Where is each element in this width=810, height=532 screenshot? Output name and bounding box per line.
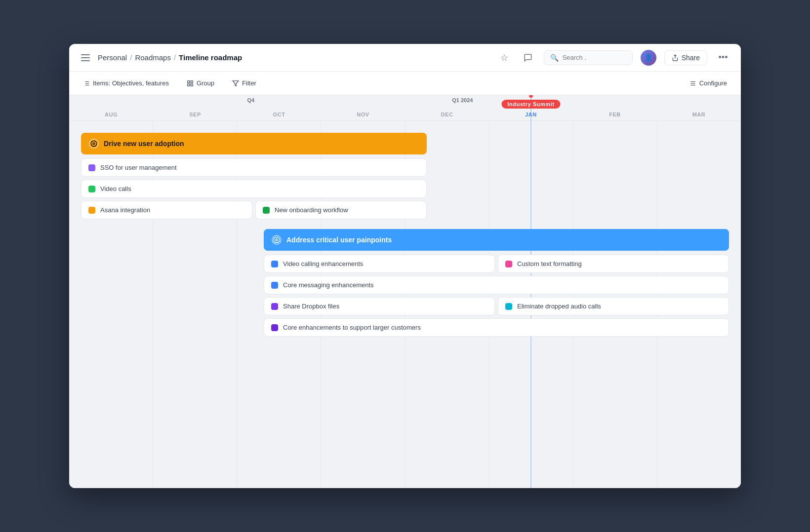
svg-point-17 — [274, 237, 280, 243]
share-button[interactable]: Share — [664, 50, 707, 65]
feature-sso[interactable]: SSO for user management — [81, 158, 427, 177]
feature-audio-dot — [505, 303, 512, 310]
month-aug: AUG — [69, 99, 153, 117]
objective-2-block: Address critical user painpoints Video c… — [264, 229, 729, 337]
objective-1-bar[interactable]: Drive new user adoption — [81, 133, 427, 154]
q4-label: Q4 — [247, 97, 254, 103]
star-button[interactable]: ☆ — [496, 50, 512, 66]
breadcrumb-sep1: / — [130, 53, 132, 62]
svg-point-16 — [93, 143, 95, 145]
month-header: Q4 Q1 2024 AUG SEP OCT NOV DEC JAN Indus… — [69, 95, 741, 121]
timeline-container: Q4 Q1 2024 AUG SEP OCT NOV DEC JAN Indus… — [69, 95, 741, 488]
milestone-badge: Industry Summit — [501, 100, 560, 109]
month-feb: FEB — [573, 99, 657, 117]
svg-rect-9 — [191, 84, 193, 86]
svg-rect-7 — [188, 80, 190, 82]
objective-2-title: Address critical user painpoints — [286, 236, 392, 244]
feature-row-obj2-1: Video calling enhancements Custom text f… — [264, 255, 729, 273]
filter-button[interactable]: Filter — [228, 77, 260, 89]
topbar: Personal / Roadmaps / Timeline roadmap ☆… — [69, 44, 741, 72]
feature-video-calling-dot — [271, 261, 278, 267]
feature-dropbox-dot — [271, 303, 278, 310]
feature-asana[interactable]: Asana integration — [81, 201, 252, 219]
breadcrumb-personal[interactable]: Personal — [98, 53, 127, 62]
breadcrumb-current: Timeline roadmap — [179, 53, 242, 62]
topbar-left: Personal / Roadmaps / Timeline roadmap — [79, 51, 490, 65]
toolbar: Items: Objectives, features Group Filter — [69, 72, 741, 95]
breadcrumb-roadmaps[interactable]: Roadmaps — [135, 53, 171, 62]
feature-custom-text[interactable]: Custom text formatting — [498, 255, 729, 273]
objective-2-icon — [272, 235, 282, 245]
month-mar: MAR — [657, 99, 741, 117]
objective-1-icon — [89, 139, 99, 149]
feature-messaging[interactable]: Core messaging enhancements — [264, 276, 729, 294]
search-box[interactable]: 🔍 — [544, 50, 633, 65]
svg-rect-10 — [188, 84, 190, 86]
items-filter[interactable]: Items: Objectives, features — [79, 77, 173, 89]
feature-video-calls-dot — [88, 186, 95, 192]
avatar-image: 👤 — [641, 50, 656, 66]
svg-point-15 — [91, 141, 97, 147]
feature-core-dot — [271, 324, 278, 331]
group-button[interactable]: Group — [183, 77, 218, 89]
search-input[interactable] — [563, 54, 626, 61]
search-icon: 🔍 — [550, 54, 559, 62]
app-window: Personal / Roadmaps / Timeline roadmap ☆… — [69, 44, 741, 488]
svg-rect-8 — [191, 80, 193, 82]
month-jan: JAN Industry Summit — [489, 99, 573, 117]
chat-button[interactable] — [520, 50, 536, 66]
feature-messaging-dot — [271, 282, 278, 289]
feature-sso-dot — [88, 164, 95, 171]
breadcrumb: Personal / Roadmaps / Timeline roadmap — [98, 53, 242, 62]
objective-1-features: SSO for user management Video calls Asan… — [81, 158, 427, 219]
feature-core-enhancements[interactable]: Core enhancements to support larger cust… — [264, 318, 729, 337]
milestone-dot — [529, 95, 533, 98]
feature-row-3: Asana integration New onboarding workflo… — [81, 201, 427, 219]
configure-button[interactable]: Configure — [686, 77, 731, 89]
month-nov: NOV — [321, 99, 405, 117]
month-sep: SEP — [153, 99, 237, 117]
objective-2-bar[interactable]: Address critical user painpoints — [264, 229, 729, 251]
svg-marker-11 — [233, 80, 239, 86]
feature-video-calling[interactable]: Video calling enhancements — [264, 255, 495, 273]
breadcrumb-sep2: / — [174, 53, 176, 62]
svg-point-18 — [276, 239, 278, 241]
feature-audio[interactable]: Eliminate dropped audio calls — [498, 297, 729, 315]
q1-label: Q1 2024 — [452, 97, 473, 103]
month-dec: DEC — [405, 99, 489, 117]
feature-asana-dot — [88, 207, 95, 214]
feature-onboarding-dot — [263, 207, 270, 214]
more-button[interactable]: ••• — [715, 50, 731, 66]
feature-onboarding[interactable]: New onboarding workflow — [255, 201, 427, 219]
feature-custom-text-dot — [505, 261, 512, 267]
topbar-right: ☆ 🔍 👤 Share ••• — [496, 50, 731, 66]
feature-row-obj2-3: Share Dropbox files Eliminate dropped au… — [264, 297, 729, 315]
objective-1-block: Drive new user adoption SSO for user man… — [81, 133, 729, 219]
feature-video-calls[interactable]: Video calls — [81, 180, 427, 198]
objective-1-title: Drive new user adoption — [104, 140, 184, 148]
objective-2-features: Video calling enhancements Custom text f… — [264, 255, 729, 337]
content-area: Drive new user adoption SSO for user man… — [69, 121, 741, 348]
feature-dropbox[interactable]: Share Dropbox files — [264, 297, 495, 315]
avatar[interactable]: 👤 — [641, 50, 656, 66]
menu-icon[interactable] — [79, 51, 93, 65]
